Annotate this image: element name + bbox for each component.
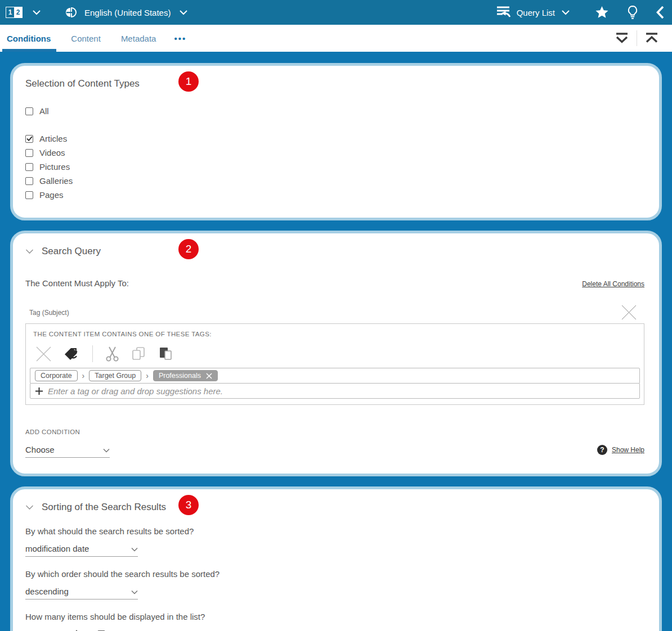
language-label: English (United States) <box>84 8 171 17</box>
select-chevron-icon <box>131 544 138 554</box>
tag-pill-target-group[interactable]: Target Group <box>89 370 141 381</box>
tab-conditions[interactable]: Conditions <box>5 25 53 52</box>
query-list-label: Query List <box>517 8 555 17</box>
select-chevron-icon <box>131 587 138 597</box>
tag-refresh-icon[interactable] <box>63 346 80 362</box>
query-list-selector[interactable]: Query List <box>495 4 570 20</box>
active-tab-underline <box>2 49 56 52</box>
favorite-star-icon[interactable] <box>594 5 610 20</box>
add-tag-plus-icon[interactable] <box>35 387 43 395</box>
sort-by-select[interactable]: modification date <box>25 541 138 557</box>
checkbox-box-icon <box>25 107 33 115</box>
checkbox-galleries[interactable]: Galleries <box>25 174 73 188</box>
paste-icon[interactable] <box>158 346 173 362</box>
content-type-options: Articles Videos Pictures <box>25 132 644 202</box>
select-chevron-icon <box>103 445 110 455</box>
apply-to-label: The Content Must Apply To: <box>25 278 129 288</box>
checkbox-box-icon <box>25 163 33 171</box>
tab-content-label: Content <box>71 34 101 43</box>
globe-icon <box>65 7 77 18</box>
checkbox-pages[interactable]: Pages <box>25 188 64 202</box>
expand-all-sections-icon[interactable] <box>611 28 633 48</box>
page: 1 2 English (United States) <box>0 0 672 631</box>
collapse-all-sections-icon[interactable] <box>640 28 663 48</box>
delete-all-conditions-link[interactable]: Delete All Conditions <box>582 280 644 288</box>
copy-icon[interactable] <box>131 346 146 362</box>
top-bar: 1 2 English (United States) <box>0 0 672 25</box>
version-dropdown-chevron-icon[interactable] <box>33 10 41 15</box>
tab-content[interactable]: Content <box>69 25 103 52</box>
query-list-chevron-icon <box>562 7 570 17</box>
show-help-link[interactable]: Show Help <box>612 446 644 454</box>
toolbar-divider <box>92 345 93 362</box>
search-query-card: 2 Search Query The Content Must Apply To… <box>10 231 662 476</box>
tag-condition-box: THE CONTENT ITEM CONTAINS ONE OF THESE T… <box>25 323 644 405</box>
version-badge-right: 2 <box>14 7 22 17</box>
conditions-panel: 1 Selection of Content Types All Article… <box>0 52 672 631</box>
sorting-title: Sorting of the Search Results <box>42 502 166 513</box>
remove-condition-icon[interactable] <box>621 305 637 320</box>
selected-tag-label: Professionals <box>159 372 201 380</box>
tag-path-separator: › <box>146 371 149 380</box>
collapse-section-chevron-icon[interactable] <box>25 249 34 254</box>
help-icon: ? <box>597 445 607 455</box>
checkbox-allow-more-items[interactable]: Allow More Items <box>97 628 176 631</box>
sort-order-select-value: descending <box>25 587 69 596</box>
tabbar-divider <box>637 30 637 46</box>
sorting-card: 3 Sorting of the Search Results By what … <box>10 486 662 631</box>
tab-metadata-label: Metadata <box>121 34 156 43</box>
sort-by-question: By what should the search results be sor… <box>25 526 644 536</box>
language-chevron-icon <box>180 7 187 17</box>
tag-pill-corporate[interactable]: Corporate <box>35 370 78 381</box>
step-2-badge: 2 <box>178 239 199 259</box>
tab-bar: Conditions Content Metadata ••• <box>0 25 672 52</box>
tab-conditions-label: Conditions <box>7 34 51 43</box>
tag-box-title: THE CONTENT ITEM CONTAINS ONE OF THESE T… <box>30 331 640 337</box>
checkbox-all-label: All <box>39 106 49 116</box>
add-condition-select[interactable]: Choose <box>25 442 110 458</box>
checkbox-pages-label: Pages <box>39 190 64 200</box>
checkbox-videos[interactable]: Videos <box>25 146 65 160</box>
remove-tag-icon[interactable] <box>206 373 212 379</box>
content-types-card: 1 Selection of Content Types All Article… <box>10 63 662 220</box>
sort-by-select-value: modification date <box>25 544 89 553</box>
checkbox-box-icon <box>25 135 33 143</box>
content-types-title: Selection of Content Types <box>25 78 644 89</box>
language-selector[interactable]: English (United States) <box>65 7 187 18</box>
checkbox-box-icon <box>25 149 33 157</box>
more-tabs-ellipsis[interactable]: ••• <box>174 34 186 43</box>
checkbox-box-icon <box>25 191 33 199</box>
condition-field-label: Tag (Subject) <box>29 309 69 317</box>
sort-order-question: By which order should the search results… <box>25 569 644 579</box>
checkbox-articles-label: Articles <box>39 134 67 143</box>
step-1-badge: 1 <box>178 71 199 92</box>
tag-breadcrumb-row: Corporate › Target Group › Professionals <box>30 368 640 384</box>
back-chevron-icon[interactable] <box>656 6 664 19</box>
step-3-badge: 3 <box>178 495 199 515</box>
tag-input[interactable] <box>48 386 635 396</box>
item-count-question: How many items should be displayed in th… <box>25 612 644 621</box>
version-badge[interactable]: 1 2 <box>6 7 23 18</box>
checkbox-galleries-label: Galleries <box>39 176 73 186</box>
checkbox-box-icon <box>25 177 33 185</box>
checkbox-pictures-label: Pictures <box>39 162 70 172</box>
add-condition-label: ADD CONDITION <box>25 429 644 435</box>
checkbox-pictures[interactable]: Pictures <box>25 160 70 174</box>
collapse-section-chevron-icon[interactable] <box>25 505 34 510</box>
checkbox-articles[interactable]: Articles <box>25 132 67 146</box>
clear-tags-icon[interactable] <box>35 346 52 362</box>
show-help-group[interactable]: ? Show Help <box>597 445 644 455</box>
version-badge-left: 1 <box>6 7 14 17</box>
cut-icon[interactable] <box>105 346 119 362</box>
lightbulb-icon[interactable] <box>626 5 639 20</box>
add-condition-select-value: Choose <box>25 445 55 454</box>
item-count-input[interactable] <box>25 627 80 631</box>
tag-pill-professionals[interactable]: Professionals <box>153 370 218 381</box>
sort-order-select[interactable]: descending <box>25 584 138 600</box>
tag-path-separator: › <box>82 371 85 380</box>
search-query-title: Search Query <box>42 246 101 257</box>
query-list-icon <box>495 4 511 20</box>
checkbox-all[interactable]: All <box>25 104 49 118</box>
tab-metadata[interactable]: Metadata <box>119 25 159 52</box>
tag-input-row <box>30 383 640 399</box>
